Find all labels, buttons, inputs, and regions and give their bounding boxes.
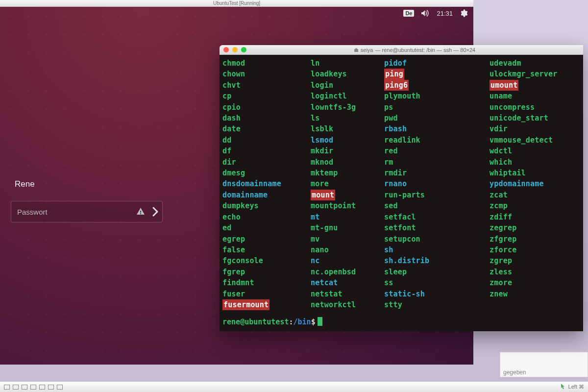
bin-entry: sleep (384, 267, 490, 277)
bin-entry: mt (311, 212, 384, 222)
bin-entry: rnano (384, 178, 490, 189)
zoom-icon[interactable] (241, 47, 246, 52)
bin-entry: netcat (311, 277, 384, 288)
bin-entry: fuser (222, 289, 311, 299)
bin-entry: plymouth (384, 91, 490, 101)
bin-entry: zcat (490, 190, 580, 200)
terminal-titlebar[interactable]: seiya — rene@ubuntutest: /bin — ssh — 80… (220, 45, 583, 55)
bin-entry: pidof (384, 58, 490, 69)
bin-entry: mkdir (311, 146, 384, 156)
bin-entry: dumpkeys (222, 200, 311, 211)
bin-entry: nc (311, 255, 384, 266)
terminal-prompt: rene@ubuntutest:/bin$ (222, 317, 580, 327)
bin-entry: login (311, 80, 384, 91)
bin-entry: findmnt (222, 277, 311, 288)
close-icon[interactable] (223, 47, 229, 52)
bin-entry: loadkeys (311, 69, 384, 79)
bin-entry: networkctl (311, 299, 384, 310)
bin-entry: uncompress (490, 102, 580, 113)
bin-entry: dash (222, 113, 311, 123)
bin-entry: umount (490, 80, 518, 91)
bin-entry: chown (222, 69, 311, 79)
bin-entry: mv (311, 234, 384, 245)
terminal-window[interactable]: seiya — rene@ubuntutest: /bin — ssh — 80… (220, 45, 583, 331)
bin-entry: ls (311, 113, 384, 123)
prompt-host: ubuntutest (245, 318, 289, 326)
bin-entry: zcmp (490, 200, 580, 211)
bin-entry: ypdomainname (490, 178, 580, 189)
home-icon (354, 48, 359, 52)
bin-entry: wdctl (490, 146, 580, 156)
bin-entry: lsmod (311, 135, 384, 146)
prompt-symbol: $ (311, 318, 316, 326)
bin-entry: zgrep (490, 255, 580, 266)
ubuntu-top-bar: De 21:31 (397, 7, 473, 20)
minimize-icon[interactable] (232, 47, 238, 52)
bin-entry: mknod (311, 157, 384, 168)
bin-entry: run-parts (384, 190, 490, 200)
bin-entry: chmod (222, 58, 311, 69)
bin-entry: ping6 (384, 80, 409, 91)
host-key-indicator: Left ⌘ (568, 384, 584, 390)
bin-entry: sed (384, 200, 490, 211)
bin-entry: zless (490, 267, 580, 277)
status-icon (57, 385, 63, 390)
gear-icon[interactable] (460, 9, 467, 17)
bin-entry: nano (311, 245, 384, 255)
virtualbox-status-bar: Left ⌘ (0, 381, 588, 392)
bin-entry: df (222, 146, 311, 156)
bin-entry: sh.distrib (384, 255, 490, 266)
bin-entry: fusermount (222, 299, 270, 310)
bin-entry: cp (222, 91, 311, 101)
bin-entry: cpio (222, 102, 311, 113)
keyboard-indicator[interactable]: De (403, 10, 414, 17)
bin-entry: lowntfs-3g (311, 102, 384, 113)
bin-entry: false (222, 245, 311, 255)
bin-entry: nc.openbsd (311, 267, 384, 277)
bin-entry: setupcon (384, 234, 490, 245)
volume-icon[interactable] (421, 10, 430, 17)
bin-entry: rmdir (384, 168, 490, 178)
bin-entry: lsblk (311, 123, 384, 134)
bin-entry: more (311, 178, 384, 189)
password-input[interactable] (11, 201, 136, 222)
bin-entry: udevadm (490, 58, 580, 69)
bin-entry: ln (311, 58, 384, 69)
bin-entry: loginctl (311, 91, 384, 101)
terminal-title: seiya — rene@ubuntutest: /bin — ssh — 80… (250, 47, 579, 53)
vm-window-title: UbuntuTest [Running] (213, 0, 260, 6)
bin-entry: egrep (222, 234, 311, 245)
bin-entry: ulockmgr_server (490, 69, 580, 79)
bin-entry: netstat (311, 289, 384, 299)
bin-entry: mktemp (311, 168, 384, 178)
bin-entry: pwd (384, 113, 490, 123)
bin-entry: zmore (490, 277, 580, 288)
bin-entry: domainname (222, 190, 311, 200)
terminal-cursor (318, 317, 322, 326)
terminal-body[interactable]: chmodchownchvtcpcpiodashdatedddfdirdmesg… (220, 55, 583, 331)
bin-entry: setfont (384, 222, 490, 233)
terminal-title-rest: — rene@ubuntutest: /bin — ssh — 80×24 (375, 47, 475, 53)
bin-entry: znew (490, 289, 580, 299)
login-submit-button[interactable] (148, 201, 162, 222)
snippet-text: gegeben (503, 369, 526, 376)
login-username: Rene (11, 179, 163, 189)
bin-entry: mountpoint (311, 200, 384, 211)
terminal-listing: chmodchownchvtcpcpiodashdatedddfdirdmesg… (222, 58, 580, 317)
status-icon (22, 385, 27, 390)
prompt-path: /bin (294, 318, 311, 326)
svg-rect-1 (140, 213, 141, 214)
bin-entry: which (490, 157, 580, 168)
bin-entry: fgconsole (222, 255, 311, 266)
bin-entry: zfgrep (490, 234, 580, 245)
bin-entry: stty (384, 299, 490, 310)
password-field-wrap (11, 201, 163, 222)
status-icon (13, 385, 19, 390)
bin-entry: whiptail (490, 168, 580, 178)
bin-entry: rm (384, 157, 490, 168)
bin-entry: zforce (490, 245, 580, 255)
prompt-user: rene (222, 318, 240, 326)
bin-entry: ps (384, 102, 490, 113)
clock-text[interactable]: 21:31 (437, 10, 453, 17)
bin-entry: chvt (222, 80, 311, 91)
